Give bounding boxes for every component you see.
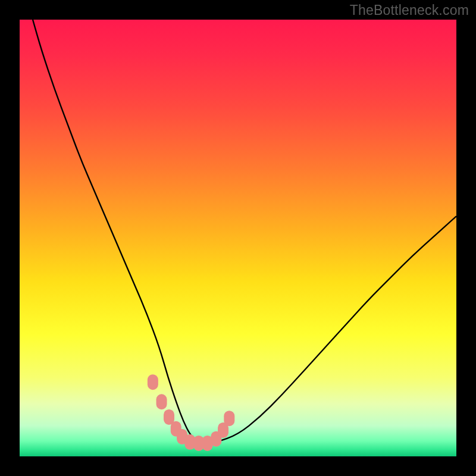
chart-frame: TheBottleneck.com xyxy=(0,0,476,476)
gradient-background xyxy=(20,20,456,456)
marker-point xyxy=(156,394,167,409)
marker-point xyxy=(224,411,234,426)
marker-point xyxy=(148,374,158,390)
watermark-text: TheBottleneck.com xyxy=(350,2,469,18)
chart-svg xyxy=(20,20,456,456)
plot-area xyxy=(20,20,456,456)
